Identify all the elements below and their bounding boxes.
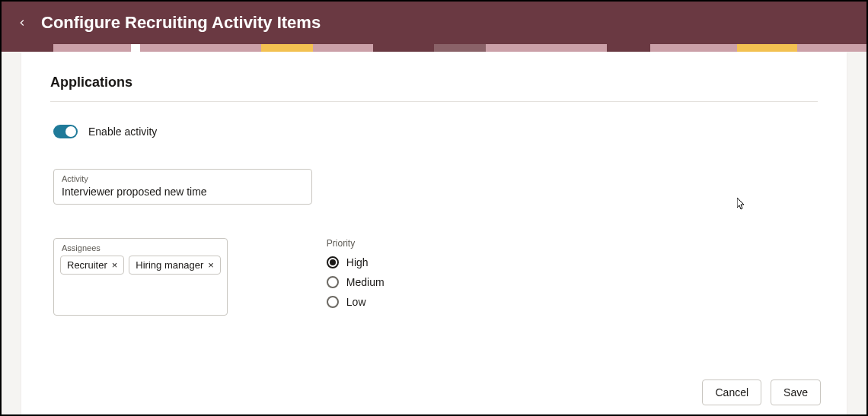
page-title: Configure Recruiting Activity Items [41,13,321,33]
priority-label: Priority [327,238,385,249]
activity-field-value: Interviewer proposed new time [62,186,304,198]
assignee-chip-label: Recruiter [67,259,107,271]
priority-option-label: Medium [346,276,385,288]
assignees-label: Assignees [60,243,221,252]
radio-icon [327,276,339,288]
save-button[interactable]: Save [771,379,821,405]
remove-chip-icon[interactable]: × [112,260,118,270]
assignees-field[interactable]: Assignees Recruiter × Hiring manager × [53,238,228,316]
activity-field[interactable]: Activity Interviewer proposed new time [53,169,312,205]
priority-group: Priority High Medium Low [327,238,385,316]
priority-option-label: High [346,256,369,268]
remove-chip-icon[interactable]: × [208,260,214,270]
assignee-chip: Recruiter × [60,256,124,275]
page-header: Configure Recruiting Activity Items [2,2,866,44]
back-button[interactable] [17,17,27,28]
enable-activity-row: Enable activity [53,125,818,138]
section-heading: Applications [50,75,818,102]
lower-row: Assignees Recruiter × Hiring manager × P… [53,238,818,316]
cursor-icon [737,198,746,212]
enable-activity-label: Enable activity [88,125,157,138]
priority-option-high[interactable]: High [327,256,385,268]
decorative-band [2,44,866,52]
assignee-chip-label: Hiring manager [136,259,203,271]
priority-option-low[interactable]: Low [327,296,385,308]
priority-option-label: Low [346,296,366,308]
activity-field-label: Activity [62,174,304,184]
priority-option-medium[interactable]: Medium [327,276,385,288]
enable-activity-toggle[interactable] [53,125,78,138]
radio-icon [327,256,339,268]
footer-buttons: Cancel Save [702,379,821,405]
main-card: Applications Enable activity Activity In… [21,52,847,416]
assignees-chips: Recruiter × Hiring manager × [60,256,221,275]
chevron-left-icon [17,17,27,28]
assignee-chip: Hiring manager × [129,256,220,275]
cancel-button[interactable]: Cancel [702,379,761,405]
radio-icon [327,296,339,308]
